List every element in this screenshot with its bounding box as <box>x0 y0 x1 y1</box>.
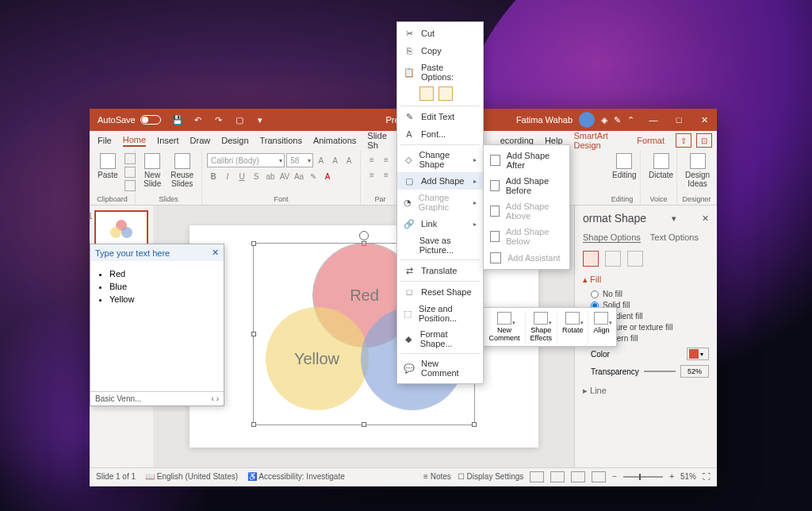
paste-option-2[interactable] <box>439 86 453 101</box>
menu-save-picture[interactable]: Save as Picture... <box>397 232 483 258</box>
menu-size-position[interactable]: ⬚Size and Position... <box>397 301 483 326</box>
menu-edit-text[interactable]: ✎Edit Text <box>397 108 483 125</box>
submenu-add-after[interactable]: Add Shape After <box>484 148 569 173</box>
mini-rotate[interactable]: Rotate <box>557 310 589 344</box>
transparency-value[interactable]: 52% <box>680 365 709 378</box>
bold-icon[interactable]: B <box>207 170 220 182</box>
paste-button[interactable]: Paste <box>94 152 121 181</box>
autosave-toggle[interactable] <box>140 115 161 125</box>
decrease-font-icon[interactable]: A <box>329 154 342 167</box>
close-button[interactable]: ✕ <box>691 109 717 131</box>
shape-options-tab[interactable]: Shape Options <box>583 232 641 243</box>
menu-add-shape[interactable]: ▢Add Shape▸ <box>397 172 483 190</box>
normal-view-icon[interactable] <box>530 471 544 482</box>
format-painter-icon[interactable] <box>124 180 136 191</box>
design-ideas-button[interactable]: Design Ideas <box>682 152 713 190</box>
list-item[interactable]: Red <box>109 267 224 280</box>
strike-icon[interactable]: S <box>250 170 262 182</box>
pane-close-icon[interactable]: ✕ <box>702 213 709 224</box>
zoom-out-icon[interactable]: − <box>612 472 617 481</box>
accessibility-status[interactable]: ♿ Accessibility: Investigate <box>247 472 345 481</box>
menu-copy[interactable]: ⎘Copy <box>397 42 483 60</box>
zoom-level[interactable]: 51% <box>680 472 696 481</box>
mini-align[interactable]: Align <box>588 310 614 344</box>
text-panel-nav-icon[interactable]: ‹ › <box>212 394 219 403</box>
tab-transitions[interactable]: Transitions <box>260 136 302 145</box>
minimize-button[interactable]: — <box>641 109 666 131</box>
align-left-icon[interactable]: ≡ <box>366 168 378 181</box>
case-icon[interactable]: Aa <box>293 170 305 182</box>
menu-font[interactable]: AFont... <box>397 125 483 143</box>
sorter-view-icon[interactable] <box>550 471 565 482</box>
tab-draw[interactable]: Draw <box>190 136 211 145</box>
tab-slideshow[interactable]: Slide Sh <box>367 131 393 150</box>
menu-new-comment[interactable]: 💬New Comment <box>397 355 483 381</box>
tab-file[interactable]: File <box>98 136 112 145</box>
font-size-combo[interactable]: 58 <box>286 153 313 167</box>
diamond-icon[interactable]: ◈ <box>601 115 607 125</box>
menu-link[interactable]: 🔗Link▸ <box>397 215 483 232</box>
tab-smartart-design[interactable]: SmartArt Design <box>574 131 626 150</box>
save-icon[interactable]: 💾 <box>172 114 183 125</box>
font-name-combo[interactable]: Calibri (Body) <box>207 153 285 167</box>
clear-format-icon[interactable]: A <box>343 154 355 167</box>
user-avatar[interactable] <box>579 112 595 128</box>
display-settings-button[interactable]: ☐ Display Settings <box>458 472 523 481</box>
fit-to-window-icon[interactable]: ⛶ <box>703 472 710 481</box>
menu-translate[interactable]: ⇄Translate <box>397 262 483 279</box>
list-item[interactable]: Blue <box>109 280 224 293</box>
menu-cut[interactable]: ✂Cut <box>397 25 483 42</box>
zoom-slider[interactable] <box>623 476 663 478</box>
italic-icon[interactable]: I <box>221 170 234 182</box>
bullets-icon[interactable]: ≡ <box>366 153 378 166</box>
undo-icon[interactable]: ↶ <box>193 114 204 125</box>
ribbon-options-icon[interactable]: ⌃ <box>627 115 634 125</box>
shadow-icon[interactable]: ab <box>264 170 277 182</box>
language-status[interactable]: 📖 English (United States) <box>145 472 238 481</box>
maximize-button[interactable]: □ <box>666 109 691 131</box>
tab-insert[interactable]: Insert <box>157 136 179 145</box>
zoom-in-icon[interactable]: + <box>669 472 674 481</box>
rotate-handle[interactable] <box>359 231 369 240</box>
font-color-icon[interactable]: A <box>321 170 334 182</box>
menu-change-shape[interactable]: ◇Change Shape▸ <box>397 147 483 172</box>
effects-icon[interactable] <box>605 251 621 267</box>
share-button[interactable]: ⇪ <box>676 133 691 148</box>
redo-icon[interactable]: ↷ <box>213 114 224 125</box>
slide-thumbnail[interactable]: 1 <box>94 210 148 248</box>
text-panel-list[interactable]: Red Blue Yellow <box>90 261 224 305</box>
slideshow-icon[interactable]: ▢ <box>234 114 245 125</box>
reuse-slides-button[interactable]: Reuse Slides <box>167 152 197 190</box>
tab-design[interactable]: Design <box>221 136 248 145</box>
size-properties-icon[interactable] <box>627 251 643 267</box>
slide-count[interactable]: Slide 1 of 1 <box>96 472 136 481</box>
tab-format[interactable]: Format <box>637 136 665 145</box>
notes-button[interactable]: ≡ Notes <box>423 472 451 481</box>
text-panel-close-icon[interactable]: ✕ <box>212 248 219 258</box>
qat-more-icon[interactable]: ▾ <box>255 114 266 125</box>
align-center-icon[interactable]: ≡ <box>380 168 393 181</box>
mini-effects[interactable]: Shape Effects <box>526 310 557 344</box>
increase-font-icon[interactable]: A <box>315 154 327 167</box>
underline-icon[interactable]: U <box>236 170 248 182</box>
line-section-header[interactable]: ▸ Line <box>583 386 709 396</box>
tab-animations[interactable]: Animations <box>313 136 356 145</box>
draw-icon[interactable]: ✎ <box>614 115 621 125</box>
fill-section-header[interactable]: ▴ Fill <box>583 275 709 285</box>
cut-icon[interactable] <box>124 153 136 164</box>
submenu-add-before[interactable]: Add Shape Before <box>484 173 569 198</box>
venn-circle-yellow[interactable]: Yellow <box>266 307 369 410</box>
text-options-tab[interactable]: Text Options <box>650 232 699 243</box>
editing-button[interactable]: Editing <box>609 152 640 181</box>
menu-reset-shape[interactable]: □Reset Shape <box>397 283 483 301</box>
color-picker[interactable] <box>687 348 709 360</box>
mini-comment[interactable]: New Comment <box>485 310 526 344</box>
dictate-button[interactable]: Dictate <box>645 152 676 181</box>
copy-icon[interactable] <box>124 167 136 178</box>
new-slide-button[interactable]: New Slide <box>140 152 164 190</box>
list-item[interactable]: Yellow <box>109 293 224 305</box>
no-fill-radio[interactable]: No fill <box>591 290 709 298</box>
comments-button[interactable]: ⊡ <box>696 133 712 148</box>
transparency-slider[interactable] <box>644 371 676 372</box>
numbering-icon[interactable]: ≡ <box>380 153 393 166</box>
